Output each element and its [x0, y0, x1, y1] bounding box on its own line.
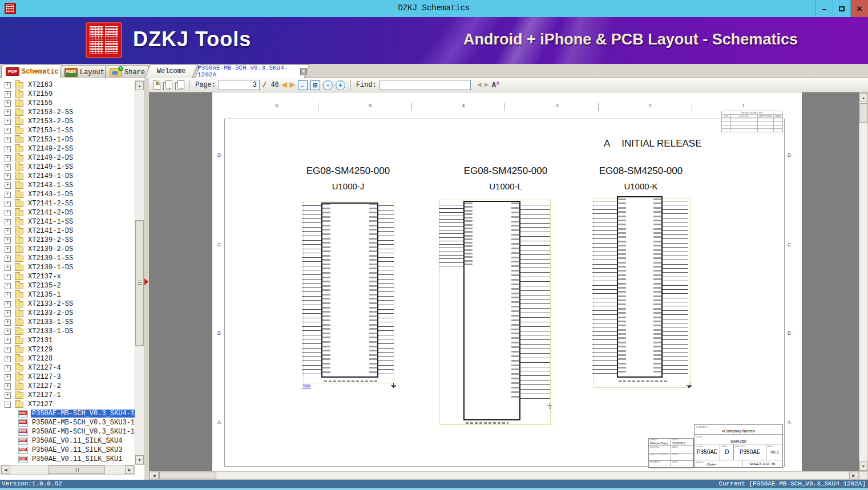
- expand-box[interactable]: +: [5, 128, 11, 134]
- expand-box[interactable]: +: [5, 219, 11, 225]
- tree-folder-item[interactable]: +XT2135-1: [0, 290, 135, 299]
- tree-folder-item[interactable]: +XT2143-1-DS: [0, 190, 135, 199]
- tree-folder-item[interactable]: −XT2127: [0, 400, 135, 409]
- expand-box[interactable]: +: [5, 283, 11, 289]
- sidebar-horizontal-scrollbar[interactable]: ◀ ▶: [1, 465, 135, 475]
- tree-folder-item[interactable]: +XT2141-1-DS: [0, 226, 135, 236]
- scroll-down-arrow[interactable]: ▼: [859, 461, 867, 471]
- expand-box[interactable]: +: [5, 274, 11, 280]
- tree-file-item[interactable]: PDFP350AE_V0.11_SILK_SKU3: [0, 446, 135, 455]
- expand-box[interactable]: +: [5, 383, 11, 390]
- fit-width-button[interactable]: ↔: [298, 80, 308, 90]
- tree-file-item[interactable]: PDFP350AE_V0.11_SILK_SKU1: [0, 455, 135, 464]
- tree-folder-item[interactable]: +XT2127-1: [0, 391, 135, 400]
- close-button[interactable]: ✕: [850, 0, 868, 17]
- expand-box[interactable]: +: [5, 119, 11, 125]
- find-previous-icon[interactable]: ◀: [477, 81, 482, 89]
- tree-folder-item[interactable]: +XT2153-1-DS: [0, 135, 135, 144]
- tree-folder-item[interactable]: +XT2137-x: [0, 272, 135, 281]
- tree-folder-item[interactable]: +XT2153-2-DS: [0, 117, 135, 126]
- tree-folder-item[interactable]: +XT2153-1-SS: [0, 126, 135, 135]
- tree-file-item[interactable]: PDFP350AE_V0.11_SILK_SKU4: [0, 436, 135, 446]
- expand-box[interactable]: +: [5, 155, 11, 161]
- tree-folder-item[interactable]: +XT2135-2: [0, 281, 135, 290]
- expand-box[interactable]: +: [5, 374, 11, 380]
- expand-box[interactable]: +: [5, 256, 11, 262]
- tree-folder-item[interactable]: +XT2139-2-DS: [0, 245, 135, 254]
- doc-tab-welcome[interactable]: Welcome: [147, 64, 195, 78]
- tab-layout[interactable]: PADS Layout: [60, 66, 109, 78]
- tab-close-icon[interactable]: x: [300, 68, 307, 75]
- expand-box[interactable]: +: [5, 301, 11, 307]
- expand-box[interactable]: +: [5, 183, 11, 189]
- expand-box[interactable]: +: [5, 347, 11, 353]
- scrollbar-thumb[interactable]: [159, 472, 216, 479]
- tree-folder-item[interactable]: +XT2129: [0, 345, 135, 354]
- expand-box[interactable]: +: [5, 246, 11, 253]
- scroll-right-arrow[interactable]: ▶: [849, 472, 858, 479]
- expand-box[interactable]: +: [5, 82, 11, 88]
- tree-folder-item[interactable]: +XT2153-2-SS: [0, 108, 135, 117]
- next-page-button[interactable]: ▶: [290, 81, 295, 90]
- viewer-horizontal-scrollbar[interactable]: ◀ ▶: [149, 471, 859, 480]
- expand-box[interactable]: +: [5, 365, 11, 371]
- tree-folder-item[interactable]: +XT2133-2-DS: [0, 309, 135, 318]
- cross-reference-link[interactable]: S99: [302, 383, 310, 388]
- tree-folder-item[interactable]: +XT2143-1-SS: [0, 181, 135, 190]
- scroll-up-arrow[interactable]: ▲: [859, 93, 867, 102]
- tree-folder-item[interactable]: +XT2159: [0, 90, 135, 99]
- scroll-up-arrow[interactable]: ▲: [135, 81, 144, 90]
- expand-box[interactable]: +: [5, 265, 11, 271]
- scroll-left-arrow[interactable]: ◀: [150, 472, 159, 479]
- tree-folder-item[interactable]: +XT2141-1-SS: [0, 217, 135, 226]
- expand-box[interactable]: +: [5, 356, 11, 362]
- tree-file-item[interactable]: PDFP350AE-MB-SCH_V0.3_SKU3-1202A: [0, 418, 135, 427]
- expand-box[interactable]: +: [5, 338, 11, 344]
- minimize-button[interactable]: –: [815, 0, 833, 17]
- tree-folder-item[interactable]: +XT2149-1-SS: [0, 163, 135, 172]
- tree-folder-item[interactable]: +XT2163: [0, 80, 135, 90]
- scroll-down-arrow[interactable]: ▼: [135, 455, 144, 464]
- page-number-input[interactable]: [219, 80, 260, 90]
- tree-folder-item[interactable]: +XT2149-2-SS: [0, 144, 135, 153]
- tree-folder-item[interactable]: +XT2133-1-DS: [0, 327, 135, 336]
- tree-folder-item[interactable]: +XT2155: [0, 99, 135, 108]
- expand-box[interactable]: +: [5, 237, 11, 244]
- tree-file-item[interactable]: PDFP350AE-MB-SCH_V0.3_SKU1-1127B: [0, 427, 135, 436]
- tab-schematic[interactable]: PDF Schematic: [1, 64, 63, 78]
- match-case-icon[interactable]: Aa: [492, 80, 499, 90]
- expand-box[interactable]: +: [5, 310, 11, 317]
- tree-folder-item[interactable]: +XT2149-2-DS: [0, 153, 135, 163]
- expand-box[interactable]: +: [5, 201, 11, 207]
- expand-box[interactable]: +: [5, 173, 11, 180]
- scrollbar-thumb[interactable]: [859, 103, 867, 123]
- tree-folder-item[interactable]: +XT2127-4: [0, 363, 135, 372]
- schematic-viewer[interactable]: A INITIAL RELEASE REVISION RECORDLTRECO …: [149, 92, 868, 480]
- sidebar-vertical-scrollbar[interactable]: ▲ ▼: [135, 80, 144, 465]
- expand-box[interactable]: +: [5, 392, 11, 399]
- expand-box[interactable]: +: [5, 319, 11, 326]
- continuous-pages-icon[interactable]: [175, 80, 184, 90]
- viewer-vertical-scrollbar[interactable]: ▲ ▼: [859, 92, 868, 471]
- expand-box[interactable]: +: [5, 110, 11, 116]
- tree-folder-item[interactable]: +XT2139-1-DS: [0, 263, 135, 272]
- tree-folder-item[interactable]: +XT2133-1-SS: [0, 318, 135, 327]
- scroll-right-arrow[interactable]: ▶: [125, 465, 134, 474]
- tree-folder-item[interactable]: +XT2141-2-DS: [0, 208, 135, 217]
- expand-box[interactable]: +: [5, 192, 11, 198]
- expand-box[interactable]: +: [5, 228, 11, 234]
- find-input[interactable]: [380, 80, 471, 90]
- tree-folder-item[interactable]: +XT2149-1-DS: [0, 172, 135, 181]
- tree-folder-item[interactable]: +XT2139-2-SS: [0, 236, 135, 245]
- tree-folder-item[interactable]: +XT2131: [0, 336, 135, 345]
- find-next-icon[interactable]: ▶: [485, 81, 489, 89]
- tree-folder-item[interactable]: +XT2139-1-SS: [0, 254, 135, 263]
- expand-box[interactable]: +: [5, 146, 11, 152]
- scrollbar-thumb[interactable]: [48, 465, 105, 474]
- doc-tab-current[interactable]: P350AE-MB-SCH_V0.3_SKU4-1202A x: [197, 64, 307, 78]
- tree-folder-item[interactable]: +XT2141-2-SS: [0, 199, 135, 208]
- scrollbar-thumb[interactable]: [135, 220, 144, 346]
- expand-box[interactable]: +: [5, 164, 11, 171]
- zoom-in-button[interactable]: +: [336, 80, 345, 90]
- collapse-box[interactable]: −: [5, 402, 11, 408]
